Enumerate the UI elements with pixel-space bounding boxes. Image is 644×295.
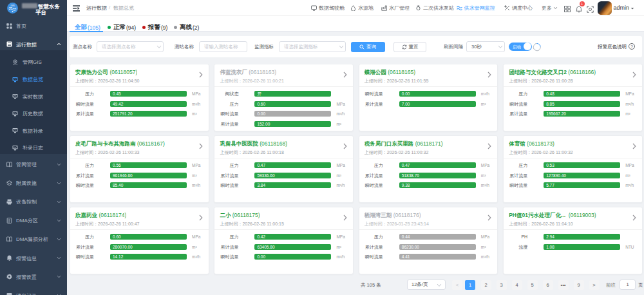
svg-text:GIS: GIS [10, 5, 15, 7]
